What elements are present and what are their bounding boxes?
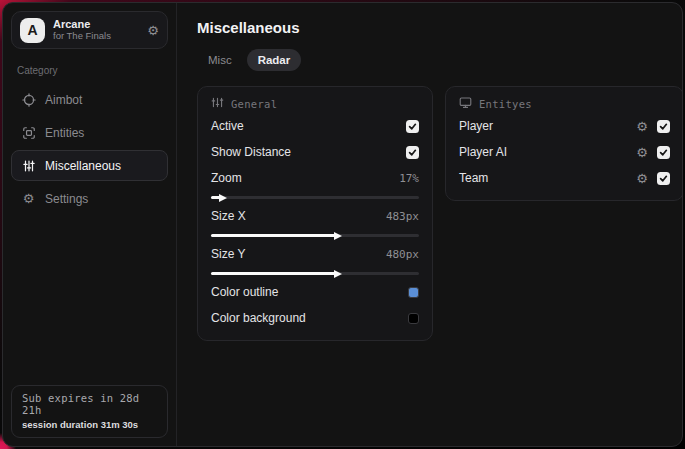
slider-track[interactable]	[211, 234, 419, 237]
monitor-icon	[459, 96, 472, 111]
category-label: Category	[17, 65, 162, 76]
entity-row: Player AI⚙	[459, 141, 670, 163]
gear-icon: ⚙	[21, 191, 36, 206]
crosshair-icon	[21, 92, 36, 107]
tab-bar: MiscRadar	[197, 49, 683, 71]
entities-card: Entityes Player⚙Player AI⚙Team⚙	[445, 86, 683, 201]
slider-setting: Zoom17%	[211, 167, 419, 199]
setting-row: Active	[211, 115, 419, 137]
gear-icon[interactable]: ⚙	[147, 24, 159, 37]
app-window: A Arcane for The Finals ⚙ Category Aimbo…	[2, 2, 683, 447]
sidebar-item-entities[interactable]: Entities	[11, 117, 168, 148]
slider-header: Size X483px	[211, 205, 419, 227]
sidebar-spacer	[11, 214, 168, 385]
entity-controls: ⚙	[636, 172, 670, 185]
entities-rows: Player⚙Player AI⚙Team⚙	[459, 115, 670, 189]
entities-card-header: Entityes	[459, 96, 670, 111]
sidebar-item-label: Settings	[45, 192, 88, 206]
general-card-title: General	[231, 98, 277, 110]
entity-label: Team	[459, 171, 488, 185]
slider-setting: Size X483px	[211, 205, 419, 237]
sidebar: A Arcane for The Finals ⚙ Category Aimbo…	[3, 3, 177, 446]
general-rows: ActiveShow DistanceZoom17%Size X483pxSiz…	[211, 115, 419, 329]
color-swatch[interactable]	[408, 287, 419, 298]
profile-card: A Arcane for The Finals ⚙	[11, 11, 168, 49]
main-content: Miscellaneous MiscRadar General ActiveSh…	[177, 3, 683, 446]
sidebar-item-label: Aimbot	[45, 93, 82, 107]
entity-label: Player AI	[459, 145, 507, 159]
checkbox[interactable]	[406, 120, 419, 133]
general-card-header: General	[211, 96, 419, 111]
entity-controls: ⚙	[636, 146, 670, 159]
adjust-sliders-icon	[211, 96, 224, 111]
gear-icon[interactable]: ⚙	[636, 120, 648, 133]
sub-expiry-text: Sub expires in 28d 21h	[22, 392, 157, 416]
entities-card-title: Entityes	[479, 98, 532, 110]
profile-subtitle: for The Finals	[53, 31, 139, 42]
setting-label: Color background	[211, 311, 306, 325]
slider-thumb[interactable]	[334, 232, 342, 240]
profile-text: Arcane for The Finals	[53, 18, 139, 42]
setting-label: Color outline	[211, 285, 278, 299]
sidebar-item-label: Miscellaneous	[45, 159, 121, 173]
slider-thumb[interactable]	[334, 270, 342, 278]
slider-track[interactable]	[211, 272, 419, 275]
color-setting-row: Color background	[211, 307, 419, 329]
slider-thumb[interactable]	[219, 194, 227, 202]
avatar: A	[20, 18, 45, 43]
tab-radar[interactable]: Radar	[247, 49, 302, 71]
gear-icon[interactable]: ⚙	[636, 146, 648, 159]
slider-header: Size Y480px	[211, 243, 419, 265]
slider-value: 17%	[399, 172, 419, 185]
checkbox[interactable]	[657, 172, 670, 185]
checkbox[interactable]	[406, 146, 419, 159]
entities-box-icon	[21, 125, 36, 140]
setting-label: Size Y	[211, 247, 245, 261]
cards-row: General ActiveShow DistanceZoom17%Size X…	[197, 86, 683, 341]
entity-row: Team⚙	[459, 167, 670, 189]
setting-row: Show Distance	[211, 141, 419, 163]
sidebar-item-settings[interactable]: ⚙Settings	[11, 183, 168, 214]
setting-label: Active	[211, 119, 244, 133]
checkbox[interactable]	[657, 146, 670, 159]
gear-icon[interactable]: ⚙	[636, 172, 648, 185]
entity-controls: ⚙	[636, 120, 670, 133]
profile-title: Arcane	[53, 18, 139, 31]
color-setting-row: Color outline	[211, 281, 419, 303]
sidebar-item-label: Entities	[45, 126, 84, 140]
setting-label: Zoom	[211, 171, 242, 185]
sidebar-item-miscellaneous[interactable]: Miscellaneous	[11, 150, 168, 181]
slider-value: 480px	[386, 248, 419, 261]
setting-label: Size X	[211, 209, 246, 223]
setting-label: Show Distance	[211, 145, 291, 159]
session-duration-text: session duration 31m 30s	[22, 419, 157, 430]
general-card: General ActiveShow DistanceZoom17%Size X…	[197, 86, 433, 341]
slider-value: 483px	[386, 210, 419, 223]
sidebar-nav: AimbotEntitiesMiscellaneous⚙Settings	[11, 84, 168, 214]
entity-label: Player	[459, 119, 493, 133]
checkbox[interactable]	[657, 120, 670, 133]
sliders-icon	[21, 158, 36, 173]
slider-header: Zoom17%	[211, 167, 419, 189]
entity-row: Player⚙	[459, 115, 670, 137]
sidebar-item-aimbot[interactable]: Aimbot	[11, 84, 168, 115]
tab-misc[interactable]: Misc	[197, 49, 243, 71]
slider-track[interactable]	[211, 196, 419, 199]
color-swatch[interactable]	[408, 313, 419, 324]
subscription-card: Sub expires in 28d 21h session duration …	[11, 385, 168, 438]
page-title: Miscellaneous	[197, 19, 683, 36]
slider-setting: Size Y480px	[211, 243, 419, 275]
